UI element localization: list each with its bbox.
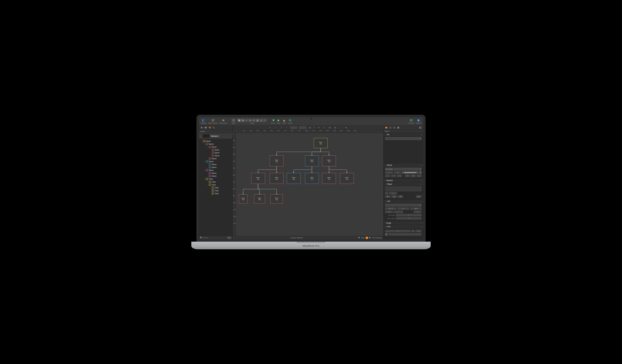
stroke-color-well[interactable] — [419, 171, 422, 174]
font-size-field[interactable]: ▾ — [415, 230, 422, 232]
zoom-in-icon[interactable]: 🔍 — [369, 237, 371, 239]
tree-row[interactable]: ⌄ATopic — [199, 192, 233, 195]
align-group-icon[interactable]: ▥ — [328, 126, 331, 129]
diagram-node[interactable]: NameTitle — [305, 173, 319, 184]
line-mid[interactable]: ⇄ — [397, 207, 409, 210]
section-menu-icon[interactable]: ≡ — [421, 200, 422, 202]
chevron-icon[interactable]: ⌄ — [204, 161, 205, 162]
tree-row[interactable]: ⌄ATopic — [199, 189, 233, 192]
tree-row[interactable]: ⌄AName — [199, 151, 233, 154]
canvas-item[interactable]: ⌄ Canvas 1 — [199, 133, 233, 139]
ruler-vertical[interactable]: 01002003004005006007008009001,0001,1001,… — [233, 133, 236, 236]
diagram-node[interactable]: NameTitle — [305, 155, 319, 166]
shape-op-4[interactable]: ◪ — [416, 195, 422, 198]
hdistribute-icon[interactable]: ⫲ — [285, 126, 288, 129]
tree-row[interactable]: ⌄AName — [199, 160, 233, 163]
shape-op-3[interactable]: ◩ — [398, 195, 403, 198]
size-icon[interactable]: ⊞ — [344, 126, 348, 129]
canvas-inspector-tab[interactable] — [393, 126, 396, 129]
section-menu-icon[interactable]: ≡ — [421, 134, 422, 136]
stroke-preview[interactable] — [402, 171, 418, 174]
line-curve[interactable]: ⟋ — [394, 211, 403, 213]
diagram-node[interactable]: NameTitle — [322, 155, 336, 166]
line-tool[interactable] — [245, 119, 249, 122]
toolbar-inspect[interactable]: i Inspect — [415, 118, 422, 124]
anchor-icon[interactable]: ⟟ — [274, 126, 277, 129]
image-header[interactable]: ›Image ≡ — [384, 221, 423, 225]
tree-row[interactable]: ⌄AName — [199, 145, 233, 148]
toolbar-stencils[interactable]: Stencils — [408, 118, 415, 124]
list-tab[interactable] — [204, 126, 207, 129]
sidebar-gear-button[interactable]: ⚙ ▾ — [227, 237, 231, 239]
corner-sharp[interactable]: ⌐ — [385, 174, 390, 177]
font-header[interactable]: ⌄Font ≡ — [384, 225, 423, 228]
distribute-group-icon[interactable]: ▤ — [333, 126, 337, 129]
corner-round[interactable]: ⌒ — [391, 174, 396, 177]
line-hops-select[interactable]: ▾ — [396, 214, 422, 216]
document-inspector-tab[interactable] — [397, 126, 400, 129]
tree-row[interactable]: ⌄AName — [199, 148, 233, 151]
ruler-horizontal[interactable]: 01002003004005006007008009001,0001,1001,… — [233, 130, 383, 133]
diagram-tool[interactable] — [256, 119, 259, 122]
shape-well[interactable] — [385, 187, 422, 191]
align-left-icon[interactable]: ⊏ — [268, 126, 272, 129]
line-start[interactable]: ◀── ▾ — [385, 207, 397, 210]
line-head-size[interactable]: ▾ — [414, 211, 422, 213]
canvas[interactable]: NameTitleNameTitleNameTitleNameTitleName… — [236, 133, 383, 236]
section-menu-icon[interactable]: ≡ — [421, 226, 422, 228]
chevron-icon[interactable]: ⌄ — [204, 143, 205, 145]
tree-row[interactable]: ⌄AName — [199, 169, 233, 172]
toolbar-new-layer[interactable]: New Layer — [219, 118, 228, 124]
fill-header[interactable]: ⌄Fill ≡ — [384, 133, 423, 136]
shadow-header[interactable]: ›Shadow ≡ — [384, 179, 423, 182]
text-tool[interactable]: A — [249, 119, 252, 122]
section-menu-icon[interactable]: ≡ — [421, 183, 422, 185]
line-tail-size[interactable]: ▾ — [385, 211, 393, 213]
diagram-node[interactable]: NameTitle — [270, 173, 284, 184]
tree-row[interactable]: ⌄ATopic — [199, 180, 233, 183]
font-color-well[interactable] — [385, 233, 388, 236]
chevron-icon[interactable]: ⌄ — [207, 146, 208, 148]
selection-tab[interactable] — [212, 126, 215, 129]
chevron-icon[interactable]: ⌄ — [204, 178, 205, 180]
cap-round[interactable]: ◖ — [411, 174, 416, 177]
status-handle-icon[interactable]: ⫶ — [234, 237, 235, 239]
section-menu-icon[interactable]: ≡ — [421, 222, 422, 224]
diagram-node[interactable]: NameTitle — [322, 173, 336, 184]
fill-select[interactable]: ▾ — [385, 137, 422, 140]
flip-v-icon[interactable]: ⥮ — [322, 126, 326, 129]
diagram-node[interactable]: NameTitle — [254, 194, 265, 203]
diagram-node[interactable]: NameTitle — [270, 155, 284, 166]
shape-tool[interactable] — [241, 119, 245, 122]
tree-row[interactable]: ⌄AName — [199, 143, 233, 145]
shape-op-2[interactable]: ⬓ — [391, 195, 397, 198]
expand-tool[interactable] — [263, 119, 267, 122]
layers-tab[interactable] — [200, 126, 203, 129]
selection-tool[interactable] — [237, 119, 241, 122]
toolbar-back[interactable]: Back — [276, 118, 281, 124]
diagram-node[interactable]: NameTitle — [340, 173, 354, 184]
toolbar-front[interactable]: Front — [271, 118, 276, 124]
chevron-icon[interactable]: ⌄ — [204, 170, 205, 171]
toolbar-lock[interactable]: Lock — [282, 118, 287, 124]
diagram-node[interactable]: NameTitle — [314, 138, 328, 148]
point-tool[interactable] — [259, 119, 263, 122]
cap-square[interactable]: ▭ — [416, 174, 422, 177]
line-labels-select[interactable]: ▾ — [396, 217, 422, 220]
chevron-icon[interactable]: ⌄ — [201, 140, 202, 142]
outline-tab[interactable] — [208, 126, 211, 129]
shape-header[interactable]: ⌄Shape ≡ — [384, 182, 423, 186]
fit-in-window[interactable]: Fit in Window — [372, 237, 382, 239]
chevron-icon[interactable]: ⌄ — [207, 184, 208, 185]
section-menu-icon[interactable]: ≡ — [421, 180, 422, 181]
line-type-select[interactable]: ▾ — [385, 204, 422, 207]
corner-bevel[interactable]: ⌐ — [397, 174, 402, 177]
rotation-handle-icon[interactable]: ◐ — [308, 126, 312, 129]
font-family-select[interactable]: ▾ — [385, 230, 411, 232]
zoom-value[interactable]: 50% — [361, 237, 365, 239]
toolbar-sidebar-toggle[interactable]: Sidebar — [200, 118, 207, 124]
shape-op-1[interactable]: ⬒ — [385, 195, 391, 198]
flip-h-icon[interactable]: ⇋ — [317, 126, 321, 129]
tree-row[interactable]: ⌄ATopic — [199, 183, 233, 186]
tree-row[interactable]: ⌄AName — [199, 163, 233, 166]
